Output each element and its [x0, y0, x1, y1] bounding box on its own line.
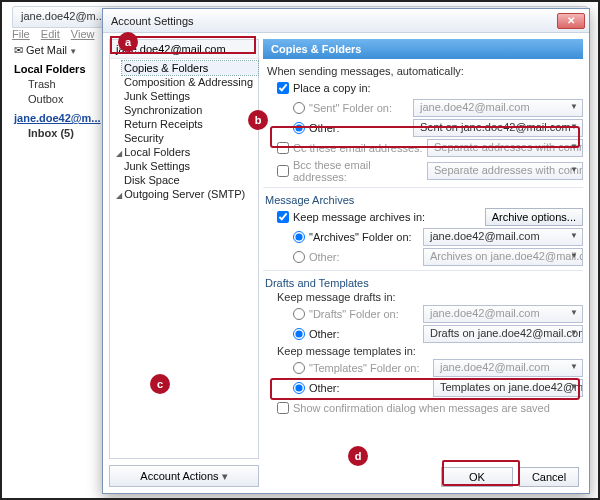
sidebar-account-header[interactable]: jane.doe42@mail.com [110, 40, 258, 59]
sent-other-dropdown[interactable]: Sent on jane.doe42@mail.com [413, 119, 583, 137]
title-text: jane.doe42@m... [21, 10, 105, 22]
menu-file[interactable]: File [12, 28, 30, 40]
panel-banner: Copies & Folders [263, 39, 583, 59]
get-mail-label: Get Mail [26, 44, 67, 56]
keep-archives-label: Keep message archives in: [293, 211, 425, 223]
cc-checkbox[interactable] [277, 142, 289, 154]
sidebar-junk[interactable]: Junk Settings [122, 89, 258, 103]
archives-folder-radio[interactable] [293, 231, 305, 243]
sidebar-sync[interactable]: Synchronization [122, 103, 258, 117]
drafts-other-radio[interactable] [293, 328, 305, 340]
bcc-checkbox[interactable] [277, 165, 289, 177]
tree-outbox[interactable]: Outbox [14, 92, 104, 107]
cc-input[interactable]: Separate addresses with commas [427, 139, 583, 157]
show-confirm-label: Show confirmation dialog when messages a… [293, 402, 550, 414]
account-settings-dialog: Account Settings ✕ jane.doe42@mail.com C… [102, 8, 590, 494]
archives-folder-label: "Archives" Folder on: [309, 231, 419, 243]
drafts-folder-dropdown[interactable]: jane.doe42@mail.com [423, 305, 583, 323]
menu-view[interactable]: View [71, 28, 95, 40]
ok-button[interactable]: OK [441, 467, 513, 487]
tree-account[interactable]: jane.doe42@m... [14, 111, 104, 126]
tree-local-folders[interactable]: Local Folders [14, 62, 104, 77]
drafts-other-dropdown[interactable]: Drafts on jane.doe42@mail.com [423, 325, 583, 343]
cancel-button[interactable]: Cancel [519, 467, 579, 487]
settings-sidebar: jane.doe42@mail.com Copies & Folders Com… [109, 39, 259, 459]
tree-inbox[interactable]: Inbox (5) [14, 126, 104, 141]
archive-options-button[interactable]: Archive options... [485, 208, 583, 226]
sent-folder-radio[interactable] [293, 102, 305, 114]
archives-folder-dropdown[interactable]: jane.doe42@mail.com [423, 228, 583, 246]
show-confirm-checkbox[interactable] [277, 402, 289, 414]
cc-placeholder: Separate addresses with commas [434, 141, 583, 153]
sidebar-smtp[interactable]: Outgoing Server (SMTP) [114, 187, 258, 201]
archives-other-dropdown[interactable]: Archives on jane.doe42@mail.com [423, 248, 583, 266]
sidebar-copies-folders[interactable]: Copies & Folders [122, 61, 258, 75]
templates-other-label: Other: [309, 382, 429, 394]
bcc-label: Bcc these email addresses: [293, 159, 423, 183]
cc-label: Cc these email addresses: [293, 142, 423, 154]
dialog-titlebar: Account Settings ✕ [103, 9, 589, 33]
drafts-title: Drafts and Templates [265, 277, 583, 289]
place-copy-checkbox[interactable] [277, 82, 289, 94]
menu-edit[interactable]: Edit [41, 28, 60, 40]
get-mail-button[interactable]: Get Mail [14, 44, 77, 57]
sidebar-receipts[interactable]: Return Receipts [122, 117, 258, 131]
keep-templates-label: Keep message templates in: [277, 345, 583, 357]
sidebar-composition[interactable]: Composition & Addressing [122, 75, 258, 89]
bcc-placeholder: Separate addresses with commas [434, 164, 583, 176]
tree-trash[interactable]: Trash [14, 77, 104, 92]
drafts-other-label: Other: [309, 328, 419, 340]
archives-other-label: Other: [309, 251, 419, 263]
templates-other-dropdown[interactable]: Templates on jane.doe42@mail.com [433, 379, 583, 397]
archives-other-radio[interactable] [293, 251, 305, 263]
sidebar-junk2[interactable]: Junk Settings [122, 159, 258, 173]
templates-folder-radio[interactable] [293, 362, 305, 374]
close-icon[interactable]: ✕ [557, 13, 585, 29]
dialog-footer: OK Cancel [441, 467, 579, 487]
archives-title: Message Archives [265, 194, 583, 206]
sent-other-radio[interactable] [293, 122, 305, 134]
account-actions-label: Account Actions [140, 470, 218, 482]
sidebar-local-folders[interactable]: Local Folders [114, 145, 258, 159]
keep-archives-checkbox[interactable] [277, 211, 289, 223]
bcc-input[interactable]: Separate addresses with commas [427, 162, 583, 180]
drafts-folder-radio[interactable] [293, 308, 305, 320]
account-actions-button[interactable]: Account Actions [109, 465, 259, 487]
dialog-title: Account Settings [111, 15, 557, 27]
drafts-folder-label: "Drafts" Folder on: [309, 308, 419, 320]
sidebar-security[interactable]: Security [122, 131, 258, 145]
settings-content: Copies & Folders When sending messages, … [263, 39, 583, 459]
templates-folder-label: "Templates" Folder on: [309, 362, 429, 374]
templates-other-radio[interactable] [293, 382, 305, 394]
sent-folder-label: "Sent" Folder on: [309, 102, 409, 114]
sidebar-disk[interactable]: Disk Space [122, 173, 258, 187]
folder-tree: Local Folders Trash Outbox jane.doe42@m.… [14, 62, 104, 141]
keep-drafts-label: Keep message drafts in: [277, 291, 583, 303]
place-copy-label: Place a copy in: [293, 82, 371, 94]
sending-section-title: When sending messages, automatically: [267, 65, 583, 77]
sent-other-label: Other: [309, 122, 409, 134]
templates-folder-dropdown[interactable]: jane.doe42@mail.com [433, 359, 583, 377]
sent-folder-dropdown[interactable]: jane.doe42@mail.com [413, 99, 583, 117]
